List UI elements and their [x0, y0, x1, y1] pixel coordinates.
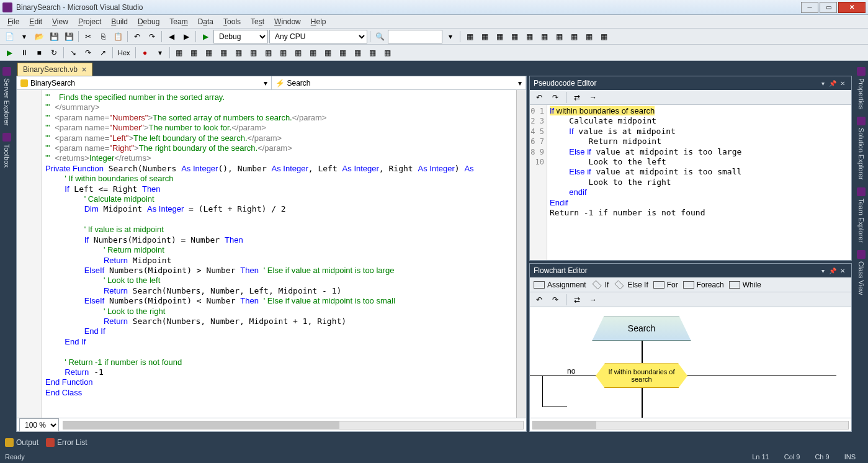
tool2-16[interactable]: ▦: [381, 46, 395, 60]
rail-properties[interactable]: Properties: [854, 63, 868, 113]
tool2-13[interactable]: ▦: [336, 46, 350, 60]
menu-data[interactable]: Data: [193, 16, 218, 27]
breakpoint-icon[interactable]: ●: [138, 46, 152, 60]
tool-icon-9[interactable]: ▦: [582, 30, 596, 43]
pseudo-undo-icon[interactable]: ↶: [532, 91, 546, 104]
tool2-7[interactable]: ▦: [247, 46, 261, 60]
pin-icon[interactable]: 📌: [828, 266, 838, 276]
undo-icon[interactable]: ↶: [130, 30, 144, 43]
flow-tool-assignment[interactable]: Assignment: [534, 281, 586, 289]
tool-icon-3[interactable]: ▦: [493, 30, 506, 43]
start-debug-icon[interactable]: ▶: [199, 30, 212, 43]
tool-icon-4[interactable]: ▦: [508, 30, 521, 43]
method-combo[interactable]: ⚡Search▾: [272, 76, 527, 89]
new-project-icon[interactable]: 📄: [2, 30, 16, 43]
pseudo-arrow-icon[interactable]: →: [586, 91, 600, 104]
step-out-icon[interactable]: ↗: [96, 46, 110, 60]
tool-icon-7[interactable]: ▦: [552, 30, 566, 43]
flow-tool-foreach[interactable]: Foreach: [683, 281, 724, 289]
panel-close-icon[interactable]: ✕: [838, 78, 848, 88]
tool2-14[interactable]: ▦: [351, 46, 365, 60]
stop-icon[interactable]: ■: [32, 46, 46, 60]
config-combo[interactable]: Debug: [213, 30, 268, 43]
menu-team[interactable]: Team: [164, 16, 192, 27]
tool2-15[interactable]: ▦: [366, 46, 380, 60]
flow-sync-icon[interactable]: ⇄: [570, 293, 584, 307]
flow-arrow-icon[interactable]: →: [586, 293, 600, 307]
zoom-combo[interactable]: 100 %: [19, 418, 59, 432]
step-over-icon[interactable]: ↷: [81, 46, 95, 60]
find-icon[interactable]: 🔍: [373, 30, 387, 43]
save-all-icon[interactable]: 💾: [62, 30, 76, 43]
rail-team-explorer[interactable]: Team Explorer: [854, 184, 868, 246]
flow-tool-for[interactable]: For: [653, 281, 678, 289]
save-icon[interactable]: 💾: [47, 30, 61, 43]
menu-test[interactable]: Test: [246, 16, 269, 27]
doctab-binarysearch[interactable]: BinarySearch.vb ✕: [17, 63, 92, 76]
hscroll[interactable]: [63, 421, 524, 429]
flow-node-decision[interactable]: If within boundaries of search: [596, 363, 687, 388]
tool-icon-8[interactable]: ▦: [567, 30, 581, 43]
find-input[interactable]: [388, 30, 442, 43]
tool2-12[interactable]: ▦: [321, 46, 335, 60]
flow-node-start[interactable]: Search: [592, 316, 691, 341]
rail-class-view[interactable]: Class View: [854, 246, 868, 299]
minimize-button[interactable]: ─: [801, 2, 818, 13]
tool2-1[interactable]: ▾: [153, 46, 167, 60]
pin-icon[interactable]: 📌: [828, 78, 838, 88]
menu-edit[interactable]: Edit: [24, 16, 47, 27]
tool-icon-10[interactable]: ▦: [597, 30, 611, 43]
rail-solution-explorer[interactable]: Solution Explorer: [854, 113, 868, 184]
tool2-10[interactable]: ▦: [292, 46, 305, 60]
vscroll[interactable]: [516, 90, 526, 418]
tool2-3[interactable]: ▦: [187, 46, 201, 60]
continue-icon[interactable]: ▶: [2, 46, 16, 60]
doctab-close-icon[interactable]: ✕: [81, 66, 87, 74]
code-gutter[interactable]: [17, 90, 42, 418]
panel-menu-icon[interactable]: ▾: [818, 78, 828, 88]
menu-project[interactable]: Project: [73, 16, 106, 27]
menu-view[interactable]: View: [47, 16, 73, 27]
redo-icon[interactable]: ↷: [145, 30, 159, 43]
cut-icon[interactable]: ✂: [81, 30, 95, 43]
new-file-icon[interactable]: ▾: [17, 30, 31, 43]
tool-icon-1[interactable]: ▦: [463, 30, 477, 43]
rail-server-explorer[interactable]: Server Explorer: [0, 63, 14, 129]
flow-hscroll[interactable]: [532, 421, 849, 429]
nav-fwd-icon[interactable]: ▶: [179, 30, 193, 43]
menu-help[interactable]: Help: [306, 16, 331, 27]
tool-icon-2[interactable]: ▦: [478, 30, 491, 43]
close-button[interactable]: ✕: [838, 2, 866, 13]
tool-icon-5[interactable]: ▦: [522, 30, 536, 43]
tool2-5[interactable]: ▦: [217, 46, 231, 60]
rail-toolbox[interactable]: Toolbox: [0, 129, 14, 171]
flow-tool-while[interactable]: While: [729, 281, 761, 289]
flow-tool-elseif[interactable]: Else If: [614, 281, 648, 289]
menu-file[interactable]: File: [2, 16, 24, 27]
menu-window[interactable]: Window: [269, 16, 306, 27]
pause-icon[interactable]: ⏸: [17, 46, 31, 60]
flow-redo-icon[interactable]: ↷: [548, 293, 562, 307]
restart-icon[interactable]: ↻: [47, 46, 61, 60]
tool2-8[interactable]: ▦: [262, 46, 275, 60]
step-into-icon[interactable]: ↘: [66, 46, 80, 60]
menu-tools[interactable]: Tools: [218, 16, 246, 27]
open-icon[interactable]: 📂: [32, 30, 46, 43]
nav-back-icon[interactable]: ◀: [164, 30, 178, 43]
menu-build[interactable]: Build: [106, 16, 133, 27]
pseudo-sync-icon[interactable]: ⇄: [570, 91, 584, 104]
pseudo-redo-icon[interactable]: ↷: [548, 91, 562, 104]
maximize-button[interactable]: ▭: [820, 2, 837, 13]
bottom-tab-output[interactable]: Output: [5, 438, 38, 447]
tool2-2[interactable]: ▦: [172, 46, 186, 60]
flow-tool-if[interactable]: If: [591, 281, 609, 289]
bottom-tab-errorlist[interactable]: Error List: [46, 438, 87, 447]
code-text[interactable]: ''' Finds the specified number in the so…: [42, 90, 516, 418]
tool2-6[interactable]: ▦: [232, 46, 246, 60]
platform-combo[interactable]: Any CPU: [269, 30, 367, 43]
panel-close-icon[interactable]: ✕: [838, 266, 848, 276]
paste-icon[interactable]: 📋: [111, 30, 125, 43]
dropdown-icon[interactable]: ▾: [444, 30, 457, 43]
flowchart-canvas[interactable]: Search no If within boundaries of search: [530, 307, 851, 418]
menu-debug[interactable]: Debug: [133, 16, 164, 27]
